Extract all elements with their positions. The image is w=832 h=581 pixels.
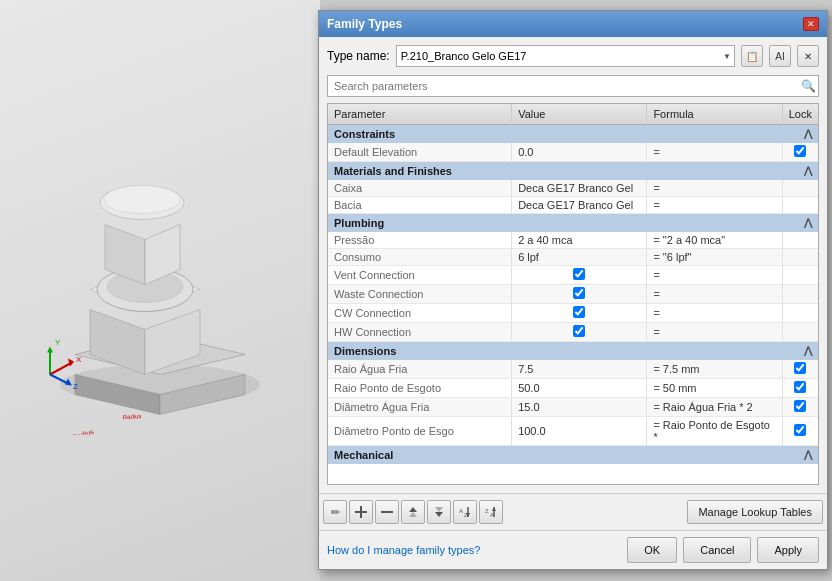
svg-line-17 xyxy=(50,362,72,374)
ok-button[interactable]: OK xyxy=(627,537,677,563)
section-row: Plumbing ⋀ xyxy=(328,214,818,233)
lock-cell xyxy=(782,197,818,214)
3d-viewport: Y X Z Radius Radius xyxy=(0,0,320,581)
section-collapse-icon[interactable]: ⋀ xyxy=(804,345,812,356)
param-name-cell: Diâmetro Água Fria xyxy=(328,398,512,417)
lock-cell[interactable] xyxy=(782,398,818,417)
lock-cell[interactable] xyxy=(782,379,818,398)
lock-cell xyxy=(782,249,818,266)
type-name-wrapper: P.210_Branco Gelo GE17 ▼ xyxy=(396,45,735,67)
col-header-value: Value xyxy=(512,104,647,125)
lock-cell xyxy=(782,180,818,197)
param-formula-cell[interactable]: = xyxy=(647,304,782,323)
footer-buttons: OK Cancel Apply xyxy=(627,537,819,563)
param-value-cell[interactable]: 50.0 xyxy=(512,379,647,398)
lock-checkbox[interactable] xyxy=(794,362,806,374)
param-name-cell: Vent Connection xyxy=(328,266,512,285)
param-formula-cell[interactable]: = 50 mm xyxy=(647,379,782,398)
search-button[interactable]: 🔍 xyxy=(799,77,817,95)
param-name-cell: Waste Connection xyxy=(328,285,512,304)
param-value-cell[interactable] xyxy=(512,266,647,285)
param-formula-cell[interactable]: = "2 a 40 mca" xyxy=(647,232,782,249)
delete-type-button[interactable]: ✕ xyxy=(797,45,819,67)
svg-text:Radius: Radius xyxy=(123,412,142,420)
sort-za-button[interactable]: Z A xyxy=(479,500,503,524)
param-name-cell: CW Connection xyxy=(328,304,512,323)
svg-text:Y: Y xyxy=(55,337,61,346)
param-checkbox[interactable] xyxy=(573,306,585,318)
param-value-cell[interactable] xyxy=(512,323,647,342)
param-value-cell[interactable] xyxy=(512,285,647,304)
param-value-cell[interactable]: 6 lpf xyxy=(512,249,647,266)
param-name-cell: Raio Ponto de Esgoto xyxy=(328,379,512,398)
search-input[interactable] xyxy=(327,75,819,97)
lock-cell[interactable] xyxy=(782,143,818,162)
cancel-button[interactable]: Cancel xyxy=(683,537,751,563)
col-header-lock: Lock xyxy=(782,104,818,125)
table-row: Default Elevation 0.0 = xyxy=(328,143,818,162)
svg-marker-4 xyxy=(90,309,145,374)
param-formula-cell[interactable]: = xyxy=(647,143,782,162)
param-value-cell[interactable]: Deca GE17 Branco Gel xyxy=(512,197,647,214)
manage-lookup-button[interactable]: Manage Lookup Tables xyxy=(687,500,823,524)
section-collapse-icon[interactable]: ⋀ xyxy=(804,165,812,176)
close-button[interactable]: ✕ xyxy=(803,17,819,31)
edit-pencil-button[interactable]: ✏ xyxy=(323,500,347,524)
lock-checkbox[interactable] xyxy=(794,400,806,412)
param-value-cell[interactable]: 2 a 40 mca xyxy=(512,232,647,249)
param-formula-cell[interactable]: = xyxy=(647,197,782,214)
type-name-label: Type name: xyxy=(327,49,390,63)
lock-checkbox[interactable] xyxy=(794,381,806,393)
svg-rect-27 xyxy=(360,506,362,518)
table-row: Vent Connection = xyxy=(328,266,818,285)
help-link[interactable]: How do I manage family types? xyxy=(327,544,480,556)
param-formula-cell[interactable]: = xyxy=(647,266,782,285)
param-value-cell[interactable]: 7.5 xyxy=(512,360,647,379)
lock-checkbox[interactable] xyxy=(794,145,806,157)
svg-text:X: X xyxy=(76,354,82,363)
param-name-cell: HW Connection xyxy=(328,323,512,342)
param-checkbox[interactable] xyxy=(573,268,585,280)
svg-marker-32 xyxy=(435,512,443,517)
section-collapse-icon[interactable]: ⋀ xyxy=(804,128,812,139)
add-parameter-button[interactable] xyxy=(349,500,373,524)
table-row: Consumo 6 lpf = "6 lpf" xyxy=(328,249,818,266)
delete-parameter-button[interactable] xyxy=(375,500,399,524)
param-value-cell[interactable] xyxy=(512,304,647,323)
section-collapse-icon[interactable]: ⋀ xyxy=(804,449,812,460)
apply-button[interactable]: Apply xyxy=(757,537,819,563)
lock-cell xyxy=(782,285,818,304)
param-value-cell[interactable]: 100.0 xyxy=(512,417,647,446)
lock-cell[interactable] xyxy=(782,417,818,446)
param-value-cell[interactable]: 0.0 xyxy=(512,143,647,162)
param-formula-cell[interactable]: = xyxy=(647,285,782,304)
svg-marker-16 xyxy=(47,346,53,352)
param-formula-cell[interactable]: = "6 lpf" xyxy=(647,249,782,266)
param-formula-cell[interactable]: = Raio Água Fria * 2 xyxy=(647,398,782,417)
type-name-select[interactable]: P.210_Branco Gelo GE17 xyxy=(396,45,735,67)
param-table-container[interactable]: Parameter Value Formula Lock Constraints… xyxy=(327,103,819,485)
table-row: Pressão 2 a 40 mca = "2 a 40 mca" xyxy=(328,232,818,249)
lock-cell xyxy=(782,232,818,249)
param-checkbox[interactable] xyxy=(573,325,585,337)
lock-cell xyxy=(782,266,818,285)
rename-type-button[interactable]: AI xyxy=(769,45,791,67)
svg-marker-40 xyxy=(492,507,496,511)
section-row: Constraints ⋀ xyxy=(328,125,818,144)
param-formula-cell[interactable]: = 7.5 mm xyxy=(647,360,782,379)
param-formula-cell[interactable]: = xyxy=(647,323,782,342)
move-down-button[interactable] xyxy=(427,500,451,524)
lock-checkbox[interactable] xyxy=(794,424,806,436)
new-type-button[interactable]: 📋 xyxy=(741,45,763,67)
param-formula-cell[interactable]: = Raio Ponto de Esgoto * xyxy=(647,417,782,446)
move-up-button[interactable] xyxy=(401,500,425,524)
table-row: Raio Água Fria 7.5 = 7.5 mm xyxy=(328,360,818,379)
lock-cell[interactable] xyxy=(782,360,818,379)
param-value-cell[interactable]: Deca GE17 Branco Gel xyxy=(512,180,647,197)
param-checkbox[interactable] xyxy=(573,287,585,299)
sort-az-button[interactable]: A Z xyxy=(453,500,477,524)
param-value-cell[interactable]: 15.0 xyxy=(512,398,647,417)
param-formula-cell[interactable]: = xyxy=(647,180,782,197)
section-collapse-icon[interactable]: ⋀ xyxy=(804,217,812,228)
titlebar-buttons: ✕ xyxy=(803,17,819,31)
